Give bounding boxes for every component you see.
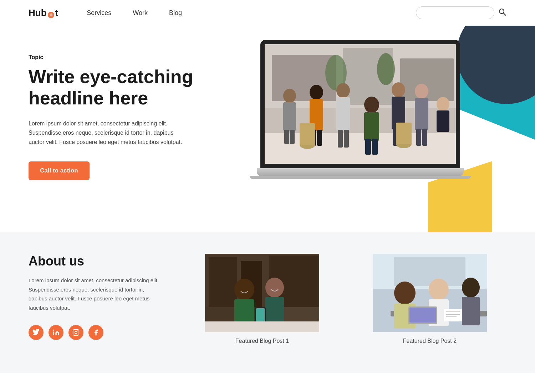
svg-rect-40: [396, 123, 412, 144]
svg-rect-26: [364, 112, 379, 141]
svg-rect-38: [437, 110, 449, 132]
svg-rect-76: [409, 308, 436, 323]
svg-rect-16: [290, 130, 295, 144]
svg-rect-22: [336, 97, 350, 131]
svg-rect-62: [256, 308, 265, 323]
svg-rect-28: [372, 139, 378, 155]
search-input[interactable]: [416, 6, 494, 19]
about-section: About us Lorem ipsum dolor sit amet, con…: [0, 232, 535, 373]
svg-rect-35: [416, 129, 421, 146]
svg-point-25: [364, 97, 379, 113]
svg-point-29: [392, 82, 405, 97]
linkedin-icon[interactable]: [49, 325, 63, 340]
site-header: Hub t Services Work Blog: [0, 0, 535, 26]
laptop-mockup: [250, 40, 471, 176]
svg-point-11: [377, 53, 395, 85]
blog-image-2: [353, 254, 506, 332]
blog-caption-1: Featured Blog Post 1: [235, 338, 289, 344]
svg-point-53: [234, 279, 254, 300]
search-button[interactable]: [498, 7, 506, 18]
about-title: About us: [29, 254, 164, 269]
social-icons-row: [29, 325, 164, 340]
blog-card-2: Featured Blog Post 2: [353, 254, 506, 344]
svg-point-2: [50, 14, 52, 16]
logo-spot-icon: [48, 10, 54, 16]
blog-photo-2: [353, 254, 506, 332]
hero-headline: Write eye-catching headline here: [29, 66, 214, 109]
blog-photo-1: [185, 254, 339, 332]
nav-services[interactable]: Services: [87, 9, 111, 17]
svg-rect-50: [209, 257, 237, 307]
svg-line-4: [504, 13, 506, 16]
logo[interactable]: Hub t: [29, 7, 58, 19]
nav-work[interactable]: Work: [133, 9, 148, 17]
svg-rect-20: [317, 130, 322, 146]
search-icon: [498, 7, 506, 16]
laptop-screen: [260, 40, 460, 168]
blog-card-1: Featured Blog Post 1: [185, 254, 339, 344]
header-search-area: [416, 6, 506, 19]
svg-rect-42: [300, 123, 315, 145]
svg-point-73: [462, 278, 480, 298]
hero-topic: Topic: [29, 54, 214, 61]
laptop-base: [257, 168, 464, 176]
svg-point-21: [336, 83, 350, 98]
svg-point-33: [415, 84, 428, 99]
hero-body-text: Lorem ipsum dolor sit amet, consectetur …: [29, 119, 185, 147]
about-content: About us Lorem ipsum dolor sit amet, con…: [29, 254, 164, 340]
svg-point-71: [429, 279, 449, 300]
svg-point-45: [77, 330, 78, 331]
hero-section: Topic Write eye-catching headline here L…: [0, 26, 535, 232]
twitter-icon[interactable]: [29, 325, 44, 340]
team-photo: [265, 44, 456, 164]
nav-blog[interactable]: Blog: [169, 9, 182, 17]
svg-rect-27: [365, 139, 371, 155]
svg-rect-24: [344, 130, 349, 148]
hero-image-area: [214, 40, 506, 176]
facebook-icon[interactable]: [88, 325, 103, 340]
svg-point-44: [75, 331, 77, 334]
svg-rect-43: [73, 330, 79, 336]
svg-rect-63: [205, 321, 319, 332]
svg-rect-23: [338, 130, 343, 148]
svg-rect-74: [462, 297, 480, 325]
cta-button[interactable]: Call to action: [29, 161, 90, 180]
svg-point-13: [283, 89, 296, 103]
svg-point-37: [437, 97, 449, 111]
blog-caption-2: Featured Blog Post 2: [403, 338, 457, 344]
svg-point-17: [310, 85, 323, 100]
blog-posts-row: Featured Blog Post 1: [185, 254, 506, 344]
blog-image-1: [185, 254, 339, 332]
svg-rect-14: [283, 102, 296, 131]
main-nav: Services Work Blog: [87, 9, 416, 17]
svg-rect-77: [444, 309, 462, 321]
svg-point-57: [265, 278, 284, 298]
about-body-text: Lorem ipsum dolor sit amet, consectetur …: [29, 276, 164, 312]
svg-rect-36: [422, 129, 427, 146]
svg-rect-15: [284, 130, 289, 144]
svg-point-69: [394, 282, 416, 304]
hero-content: Topic Write eye-catching headline here L…: [29, 47, 214, 180]
instagram-icon[interactable]: [68, 325, 83, 340]
svg-rect-34: [415, 98, 428, 130]
